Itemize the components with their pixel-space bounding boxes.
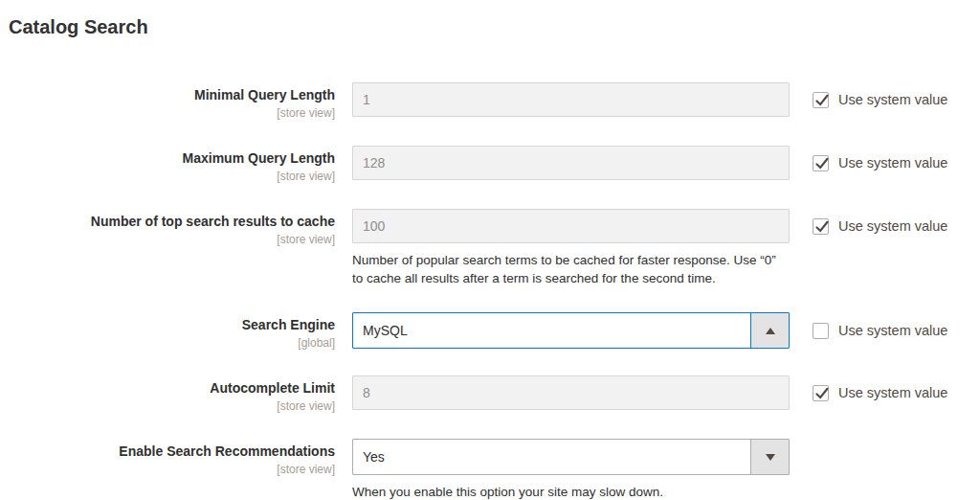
top-search-results-cache-label: Number of top search results to cache (8, 213, 335, 230)
use-system-value-group: Use system value (813, 82, 947, 117)
use-system-checkbox[interactable] (813, 155, 829, 171)
select-arrow-button[interactable] (750, 313, 789, 348)
autocomplete-limit-input (352, 375, 790, 410)
search-engine-select[interactable]: MySQL (352, 312, 790, 349)
use-system-value-group: Use system value (813, 375, 947, 410)
maximum-query-length-scope: [store view] (277, 170, 335, 183)
maximum-query-length-label: Maximum Query Length (8, 149, 335, 167)
row-top-search-results-cache: Number of top search results to cache [s… (8, 209, 980, 287)
top-search-results-cache-note: Number of popular search terms to be cac… (352, 251, 790, 287)
check-icon (813, 155, 831, 172)
enable-search-recommendations-label: Enable Search Recommendations (8, 443, 335, 460)
use-system-value-group: Use system value (813, 209, 947, 243)
search-engine-selected-value: MySQL (363, 323, 408, 338)
search-engine-label: Search Engine (8, 316, 335, 333)
check-icon (813, 385, 831, 402)
page-title: Catalog Search (0, 0, 980, 40)
catalog-search-form: Minimal Query Length [store view] Use sy… (0, 82, 980, 500)
use-system-label: Use system value (838, 218, 947, 234)
use-system-checkbox[interactable] (813, 218, 829, 235)
use-system-checkbox[interactable] (813, 323, 829, 339)
enable-search-recommendations-select[interactable]: Yes (352, 439, 790, 475)
minimal-query-length-label: Minimal Query Length (8, 86, 335, 103)
catalog-search-page: Catalog Search Minimal Query Length [sto… (0, 0, 980, 500)
use-system-label: Use system value (838, 92, 947, 107)
top-search-results-cache-scope: [store view] (277, 233, 335, 246)
enable-search-recommendations-scope: [store view] (277, 463, 335, 476)
row-autocomplete-limit: Autocomplete Limit [store view] Use syst… (8, 375, 980, 414)
check-icon (813, 218, 831, 236)
use-system-checkbox[interactable] (813, 92, 829, 108)
row-maximum-query-length: Maximum Query Length [store view] Use sy… (8, 146, 980, 184)
select-arrow-button[interactable] (750, 440, 789, 474)
use-system-label: Use system value (838, 385, 947, 400)
use-system-checkbox[interactable] (813, 385, 829, 401)
triangle-down-icon (766, 454, 775, 461)
row-minimal-query-length: Minimal Query Length [store view] Use sy… (8, 82, 980, 121)
enable-search-recommendations-selected-value: Yes (363, 449, 385, 465)
row-enable-search-recommendations: Enable Search Recommendations [store vie… (8, 439, 980, 500)
enable-search-recommendations-note: When you enable this option your site ma… (352, 483, 790, 500)
autocomplete-limit-label: Autocomplete Limit (8, 379, 335, 397)
check-icon (813, 92, 831, 109)
use-system-label: Use system value (838, 323, 947, 338)
autocomplete-limit-scope: [store view] (277, 399, 335, 413)
use-system-value-group: Use system value (813, 146, 947, 180)
search-engine-scope: [global] (298, 336, 335, 350)
use-system-label: Use system value (838, 155, 947, 170)
row-search-engine: Search Engine [global] MySQL Use system … (8, 312, 980, 351)
use-system-value-group: Use system value (813, 312, 947, 349)
minimal-query-length-input (352, 82, 790, 117)
maximum-query-length-input (352, 146, 790, 180)
triangle-up-icon (766, 328, 775, 334)
top-search-results-cache-input (352, 209, 790, 243)
minimal-query-length-scope: [store view] (277, 106, 335, 120)
